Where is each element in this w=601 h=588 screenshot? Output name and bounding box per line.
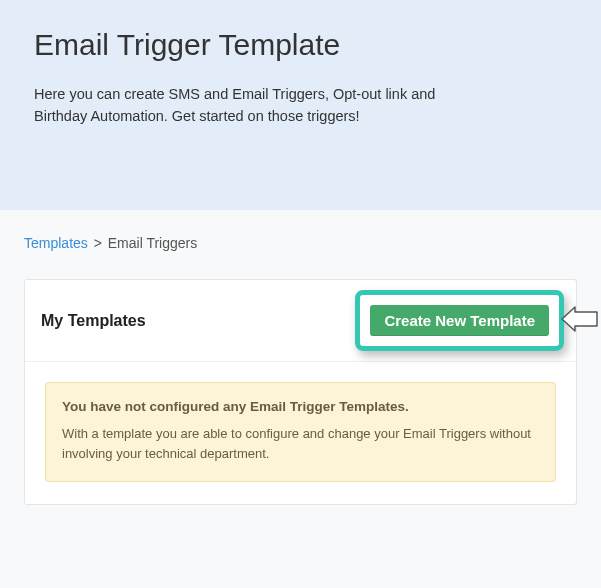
content-section: Templates > Email Triggers My Templates … [0, 210, 601, 530]
breadcrumb-current: Email Triggers [108, 235, 197, 251]
page-header: Email Trigger Template Here you can crea… [0, 0, 601, 210]
card-header: My Templates Create New Template [25, 280, 576, 362]
create-new-template-button[interactable]: Create New Template [370, 305, 549, 336]
alert-message: With a template you are able to configur… [62, 424, 539, 463]
page-title: Email Trigger Template [34, 28, 567, 62]
alert-title: You have not configured any Email Trigge… [62, 399, 539, 414]
breadcrumb-separator: > [94, 235, 102, 251]
card-title: My Templates [41, 312, 146, 330]
create-button-highlight: Create New Template [355, 290, 564, 351]
empty-state-alert: You have not configured any Email Trigge… [45, 382, 556, 482]
card-body: You have not configured any Email Trigge… [25, 362, 576, 504]
page-subtitle: Here you can create SMS and Email Trigge… [34, 84, 474, 128]
templates-card: My Templates Create New Template You hav… [24, 279, 577, 505]
breadcrumb-link-templates[interactable]: Templates [24, 235, 88, 251]
arrow-pointer-icon [561, 306, 599, 336]
breadcrumb: Templates > Email Triggers [24, 235, 577, 251]
